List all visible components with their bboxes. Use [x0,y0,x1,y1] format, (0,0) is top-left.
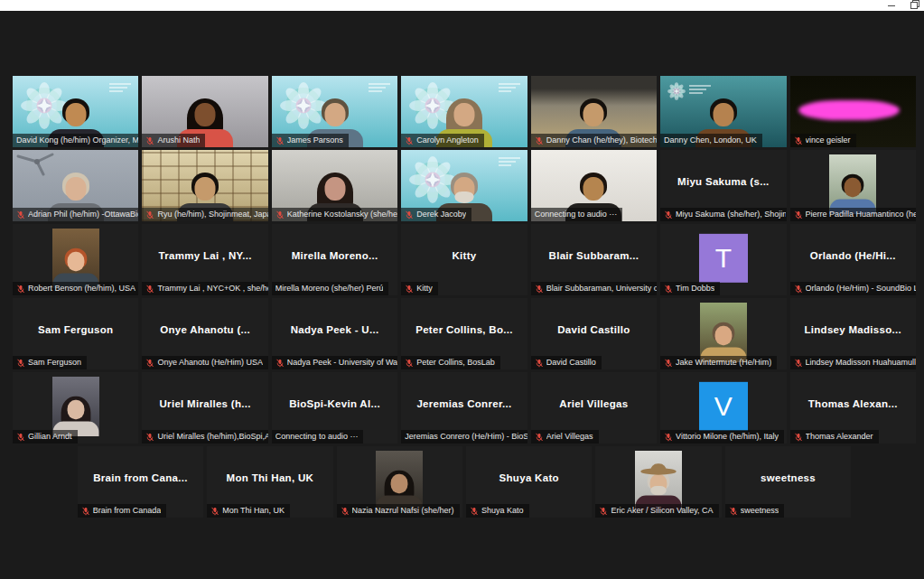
video-tile[interactable]: Orlando (He/Hi...Orlando (He/Him) - Soun… [790,224,916,295]
participant-name-text: Mon Thi Han, UK [222,506,285,516]
video-tile[interactable]: Blair Subbaram...Blair Subbaraman, Unive… [531,224,657,295]
grid-row: David Kong (he/him) Organizer, MI...Arus… [13,76,916,147]
video-tile[interactable]: Danny Chan (he/they), Biotech W... [531,76,657,147]
participant-name-text: Arushi Nath [157,135,200,145]
video-tile[interactable]: David CastilloDavid Castillo [531,298,657,369]
participant-name-text: Katherine Kostolansky (she/her) [287,210,397,219]
participant-name-label: sweetness [725,504,785,518]
minimize-window-icon[interactable] [887,0,895,11]
participant-name-label: Peter Collins, BosLab [401,356,500,369]
video-tile[interactable]: Carolyn Angleton [401,76,527,147]
video-tile[interactable]: Gillian Arndt [13,372,138,444]
video-tile[interactable]: Connecting to audio ··· [531,150,657,221]
mic-muted-icon [405,359,414,368]
video-tile[interactable]: Sam FergusonSam Ferguson [13,298,138,369]
participant-name-text: David Kong (he/him) Organizer, MI... [16,135,138,145]
video-tile[interactable]: Eric Aker / Silicon Valley, CA [595,446,721,518]
participant-name-label: David Castillo [531,356,602,369]
video-tile[interactable]: Mirella Moreno...Mirella Moreno (she/her… [272,224,397,295]
video-tile[interactable]: Arushi Nath [142,76,267,147]
mic-muted-icon [341,507,350,516]
video-tile[interactable]: VVittorio Milone (he/him), Italy [660,372,786,444]
participant-name-text: Tim Dobbs [676,284,714,294]
participant-name-label: Derek Jacoby [401,208,471,221]
video-tile[interactable]: Katherine Kostolansky (she/her) [272,150,397,221]
participant-name-label: Eric Aker / Silicon Valley, CA [595,504,718,518]
center-name: Peter Collins, Bo... [405,298,523,360]
video-tile[interactable]: Ryu (he/him), Shojinmeat, Japan [142,150,267,221]
participant-name-label: Jake Wintermute (He/Him) [660,356,777,369]
grid-row: Gillian ArndtUriel Miralles (h...Uriel M… [13,372,916,444]
video-tile[interactable]: Thomas Alexan...Thomas Alexander [790,372,916,444]
center-name: Ariel Villegas [535,372,653,434]
video-tile[interactable]: Robert Benson (he/him), USA [13,224,138,295]
video-tile[interactable]: sweetnesssweetness [725,446,851,518]
participant-name-text: Danny Chen, London, UK [664,135,757,145]
video-tile[interactable]: Jeremias Conrer...Jeremias Conrero (He/H… [401,372,527,444]
center-name: Nadya Peek - U... [275,298,394,360]
participant-name-text: Brain from Canada [93,506,162,516]
participant-name-text: Vittorio Milone (he/him), Italy [676,432,779,442]
participant-name-text: Connecting to audio ··· [535,210,618,219]
center-name: Orlando (He/Hi... [794,224,912,286]
video-tile[interactable]: Brain from Cana...Brain from Canada [78,446,203,518]
video-tile[interactable]: James Parsons [272,76,397,147]
participant-name-text: Ariel Villegas [546,432,593,442]
video-tile[interactable]: KittyKitty [401,224,527,295]
avatar: T [699,233,748,282]
video-tile[interactable]: TTim Dobbs [660,224,786,295]
participant-name-text: Sam Ferguson [28,358,81,368]
video-tile[interactable]: Danny Chen, London, UK [660,76,786,147]
video-tile[interactable]: Adrian Phil (he/him) -OttawaBioS [13,150,138,221]
window-controls [887,0,919,11]
participant-name-text: Adrian Phil (he/him) -OttawaBioS [28,210,138,219]
center-name: Mirella Moreno... [275,224,394,286]
participant-name-text: Robert Benson (he/him), USA [28,284,135,294]
participant-name-label: Ryu (he/him), Shojinmeat, Japan [142,208,267,221]
participant-name-label: Ariel Villegas [531,430,599,444]
video-tile[interactable]: Ariel VillegasAriel Villegas [531,372,657,444]
video-tile[interactable]: Onye Ahanotu (...Onye Ahanotu (He/Him) U… [142,298,267,369]
participant-name-text: Derek Jacoby [416,210,466,219]
mic-muted-icon [275,359,285,368]
video-tile[interactable]: Nadya Peek - U...Nadya Peek - University… [272,298,397,369]
participant-name-label: Shuya Kato [466,504,529,518]
participant-name-text: Carolyn Angleton [416,135,479,145]
video-tile[interactable]: Jake Wintermute (He/Him) [660,298,786,369]
restore-window-icon[interactable] [910,0,919,11]
video-tile[interactable]: Nazia Nazrul Nafsi (she/her) [337,446,462,518]
video-tile[interactable]: Derek Jacoby [401,150,527,221]
video-tile[interactable]: Shuya KatoShuya Kato [466,446,592,518]
center-name: Blair Subbaram... [535,224,653,286]
window-titlebar [0,0,924,11]
participant-name-label: Vittorio Milone (he/him), Italy [660,430,784,444]
video-tile[interactable]: Peter Collins, Bo...Peter Collins, BosLa… [401,298,527,369]
mic-muted-icon [145,433,154,442]
video-tile[interactable]: Mon Thi Han, UKMon Thi Han, UK [207,446,332,518]
participant-name-text: Lindsey Madisson Huahuamullo ... [806,358,916,368]
video-tile[interactable]: David Kong (he/him) Organizer, MI... [13,76,138,147]
video-tile[interactable]: Uriel Miralles (h...Uriel Miralles (he/h… [142,372,267,444]
video-tile[interactable]: Pierre Padilla Huamantinco (he/h... [790,150,916,221]
video-tile[interactable]: Trammy Lai , NY...Trammy Lai , NYC+OK , … [142,224,267,295]
participant-name-text: Eric Aker / Silicon Valley, CA [611,506,713,516]
video-tile[interactable]: vince geisler [790,76,916,147]
mic-muted-icon [405,210,414,219]
grid-row: Robert Benson (he/him), USATrammy Lai , … [13,224,916,295]
participant-name-label: Uriel Miralles (he/him),BioSpi,ARG [142,430,267,444]
center-name: Trammy Lai , NY... [145,224,264,286]
mic-muted-icon [275,210,285,219]
participant-name-text: James Parsons [287,135,343,145]
video-tile[interactable]: BioSpi-Kevin Al...Connecting to audio ··… [272,372,397,444]
participant-name-label: Arushi Nath [142,134,205,147]
mic-muted-icon [81,507,90,516]
center-name: BioSpi-Kevin Al... [275,372,394,434]
participant-name-label: Nadya Peek - University of Wash... [272,356,397,369]
center-name: Onye Ahanotu (... [145,298,264,360]
participant-name-label: James Parsons [272,134,349,147]
participant-name-label: Mirella Moreno (she/her) Perú [272,282,389,295]
participant-name-text: Jeremias Conrero (He/Him) - BioSpi... [405,432,527,442]
video-tile[interactable]: Miyu Sakuma (s...Miyu Sakuma (she/her), … [660,150,786,221]
avatar: V [699,381,748,430]
video-tile[interactable]: Lindsey Madisso...Lindsey Madisson Huahu… [790,298,916,369]
